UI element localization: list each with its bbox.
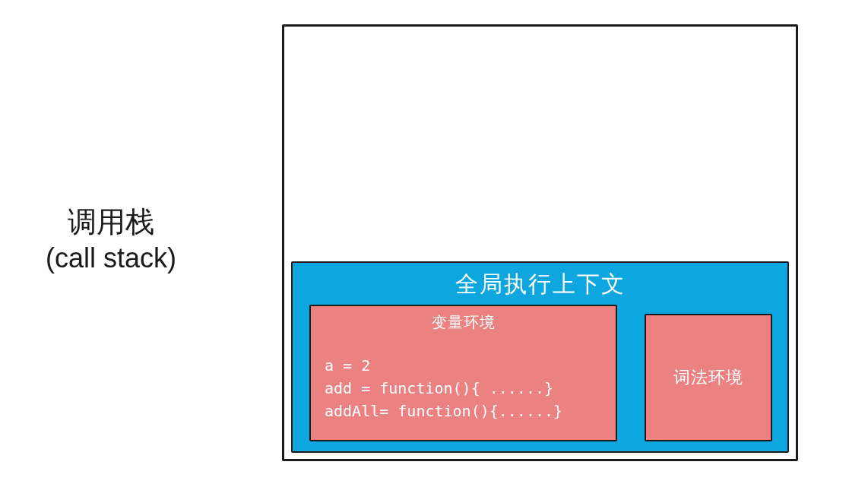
variable-environment-title: 变量环境	[325, 312, 602, 333]
variable-environment: 变量环境 a = 2 add = function(){ ......} add…	[309, 305, 617, 441]
global-execution-context: 全局执行上下文 变量环境 a = 2 add = function(){ ...…	[291, 261, 789, 453]
call-stack-label-main: 调用栈	[46, 204, 176, 241]
call-stack-label: 调用栈 (call stack)	[46, 204, 176, 277]
call-stack-label-sub: (call stack)	[46, 241, 176, 277]
var-line: addAll= function(){......}	[325, 400, 602, 422]
call-stack-container: 全局执行上下文 变量环境 a = 2 add = function(){ ...…	[282, 24, 798, 461]
variable-environment-lines: a = 2 add = function(){ ......} addAll= …	[325, 354, 602, 422]
var-line: add = function(){ ......}	[325, 377, 602, 400]
lexical-environment: 词法环境	[645, 314, 772, 441]
lexical-environment-title: 词法环境	[673, 366, 743, 389]
global-context-title: 全局执行上下文	[293, 263, 787, 300]
var-line: a = 2	[325, 354, 602, 377]
